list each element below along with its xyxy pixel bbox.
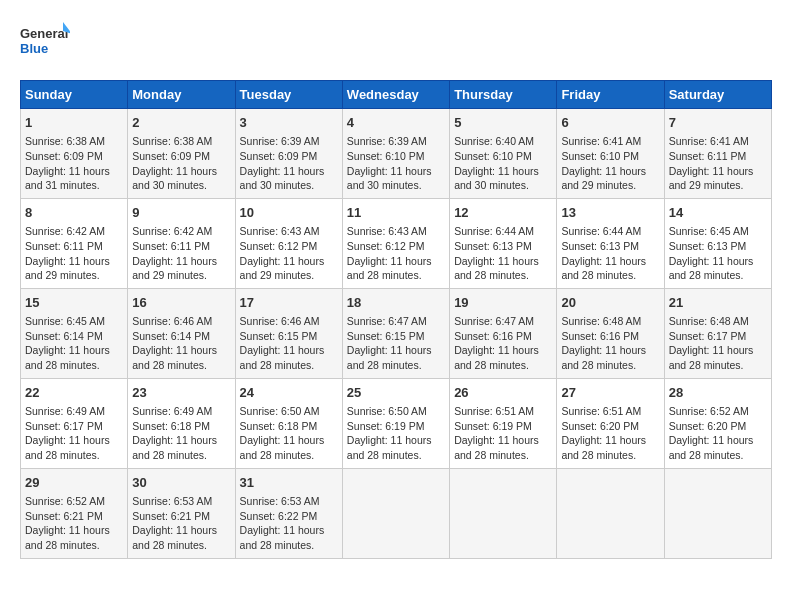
sunrise: Sunrise: 6:45 AM [669,225,749,237]
calendar-cell: 26Sunrise: 6:51 AMSunset: 6:19 PMDayligh… [450,378,557,468]
calendar-cell: 19Sunrise: 6:47 AMSunset: 6:16 PMDayligh… [450,288,557,378]
sunrise: Sunrise: 6:39 AM [347,135,427,147]
daylight: Daylight: 11 hours and 29 minutes. [25,255,110,282]
weekday-header-row: SundayMondayTuesdayWednesdayThursdayFrid… [21,81,772,109]
sunrise: Sunrise: 6:38 AM [25,135,105,147]
calendar-week-row: 15Sunrise: 6:45 AMSunset: 6:14 PMDayligh… [21,288,772,378]
calendar-cell: 5Sunrise: 6:40 AMSunset: 6:10 PMDaylight… [450,109,557,199]
day-number: 12 [454,204,552,222]
calendar-cell [450,468,557,558]
sunset: Sunset: 6:15 PM [347,330,425,342]
sunrise: Sunrise: 6:52 AM [669,405,749,417]
weekday-header-tuesday: Tuesday [235,81,342,109]
svg-text:Blue: Blue [20,41,48,56]
day-number: 23 [132,384,230,402]
daylight: Daylight: 11 hours and 28 minutes. [132,344,217,371]
sunrise: Sunrise: 6:45 AM [25,315,105,327]
daylight: Daylight: 11 hours and 29 minutes. [240,255,325,282]
daylight: Daylight: 11 hours and 29 minutes. [132,255,217,282]
day-number: 22 [25,384,123,402]
calendar-cell: 16Sunrise: 6:46 AMSunset: 6:14 PMDayligh… [128,288,235,378]
sunrise: Sunrise: 6:41 AM [669,135,749,147]
day-number: 25 [347,384,445,402]
sunrise: Sunrise: 6:39 AM [240,135,320,147]
sunset: Sunset: 6:11 PM [25,240,103,252]
calendar-cell: 8Sunrise: 6:42 AMSunset: 6:11 PMDaylight… [21,198,128,288]
day-number: 6 [561,114,659,132]
daylight: Daylight: 11 hours and 28 minutes. [25,434,110,461]
sunrise: Sunrise: 6:47 AM [347,315,427,327]
daylight: Daylight: 11 hours and 28 minutes. [132,434,217,461]
day-number: 15 [25,294,123,312]
daylight: Daylight: 11 hours and 28 minutes. [454,344,539,371]
sunset: Sunset: 6:18 PM [240,420,318,432]
daylight: Daylight: 11 hours and 28 minutes. [454,434,539,461]
calendar-cell: 10Sunrise: 6:43 AMSunset: 6:12 PMDayligh… [235,198,342,288]
calendar-cell: 1Sunrise: 6:38 AMSunset: 6:09 PMDaylight… [21,109,128,199]
sunset: Sunset: 6:09 PM [132,150,210,162]
daylight: Daylight: 11 hours and 28 minutes. [132,524,217,551]
sunrise: Sunrise: 6:42 AM [132,225,212,237]
calendar-cell: 29Sunrise: 6:52 AMSunset: 6:21 PMDayligh… [21,468,128,558]
daylight: Daylight: 11 hours and 28 minutes. [347,255,432,282]
calendar-week-row: 1Sunrise: 6:38 AMSunset: 6:09 PMDaylight… [21,109,772,199]
calendar-cell: 12Sunrise: 6:44 AMSunset: 6:13 PMDayligh… [450,198,557,288]
sunrise: Sunrise: 6:46 AM [132,315,212,327]
calendar-cell: 20Sunrise: 6:48 AMSunset: 6:16 PMDayligh… [557,288,664,378]
sunset: Sunset: 6:11 PM [132,240,210,252]
calendar-cell: 28Sunrise: 6:52 AMSunset: 6:20 PMDayligh… [664,378,771,468]
day-number: 29 [25,474,123,492]
daylight: Daylight: 11 hours and 28 minutes. [240,344,325,371]
daylight: Daylight: 11 hours and 28 minutes. [240,524,325,551]
sunrise: Sunrise: 6:47 AM [454,315,534,327]
weekday-header-wednesday: Wednesday [342,81,449,109]
svg-text:General: General [20,26,68,41]
calendar-cell: 22Sunrise: 6:49 AMSunset: 6:17 PMDayligh… [21,378,128,468]
sunrise: Sunrise: 6:51 AM [561,405,641,417]
calendar-cell: 4Sunrise: 6:39 AMSunset: 6:10 PMDaylight… [342,109,449,199]
day-number: 18 [347,294,445,312]
sunrise: Sunrise: 6:50 AM [347,405,427,417]
sunset: Sunset: 6:13 PM [454,240,532,252]
sunrise: Sunrise: 6:53 AM [240,495,320,507]
day-number: 21 [669,294,767,312]
daylight: Daylight: 11 hours and 28 minutes. [561,344,646,371]
sunrise: Sunrise: 6:38 AM [132,135,212,147]
daylight: Daylight: 11 hours and 31 minutes. [25,165,110,192]
day-number: 17 [240,294,338,312]
day-number: 8 [25,204,123,222]
sunrise: Sunrise: 6:44 AM [454,225,534,237]
day-number: 10 [240,204,338,222]
day-number: 30 [132,474,230,492]
sunset: Sunset: 6:21 PM [132,510,210,522]
calendar-cell: 6Sunrise: 6:41 AMSunset: 6:10 PMDaylight… [557,109,664,199]
calendar-cell: 13Sunrise: 6:44 AMSunset: 6:13 PMDayligh… [557,198,664,288]
calendar-cell: 9Sunrise: 6:42 AMSunset: 6:11 PMDaylight… [128,198,235,288]
daylight: Daylight: 11 hours and 28 minutes. [240,434,325,461]
calendar-cell: 27Sunrise: 6:51 AMSunset: 6:20 PMDayligh… [557,378,664,468]
sunset: Sunset: 6:14 PM [25,330,103,342]
day-number: 31 [240,474,338,492]
sunset: Sunset: 6:21 PM [25,510,103,522]
weekday-header-monday: Monday [128,81,235,109]
calendar-cell: 11Sunrise: 6:43 AMSunset: 6:12 PMDayligh… [342,198,449,288]
calendar-cell: 21Sunrise: 6:48 AMSunset: 6:17 PMDayligh… [664,288,771,378]
sunrise: Sunrise: 6:51 AM [454,405,534,417]
sunset: Sunset: 6:19 PM [347,420,425,432]
sunset: Sunset: 6:16 PM [454,330,532,342]
sunrise: Sunrise: 6:49 AM [25,405,105,417]
weekday-header-saturday: Saturday [664,81,771,109]
sunset: Sunset: 6:10 PM [561,150,639,162]
daylight: Daylight: 11 hours and 30 minutes. [132,165,217,192]
calendar-cell: 25Sunrise: 6:50 AMSunset: 6:19 PMDayligh… [342,378,449,468]
day-number: 7 [669,114,767,132]
daylight: Daylight: 11 hours and 28 minutes. [454,255,539,282]
sunset: Sunset: 6:20 PM [561,420,639,432]
calendar-week-row: 22Sunrise: 6:49 AMSunset: 6:17 PMDayligh… [21,378,772,468]
calendar-week-row: 29Sunrise: 6:52 AMSunset: 6:21 PMDayligh… [21,468,772,558]
sunset: Sunset: 6:12 PM [240,240,318,252]
day-number: 27 [561,384,659,402]
sunrise: Sunrise: 6:43 AM [347,225,427,237]
calendar-cell: 2Sunrise: 6:38 AMSunset: 6:09 PMDaylight… [128,109,235,199]
calendar-cell: 17Sunrise: 6:46 AMSunset: 6:15 PMDayligh… [235,288,342,378]
